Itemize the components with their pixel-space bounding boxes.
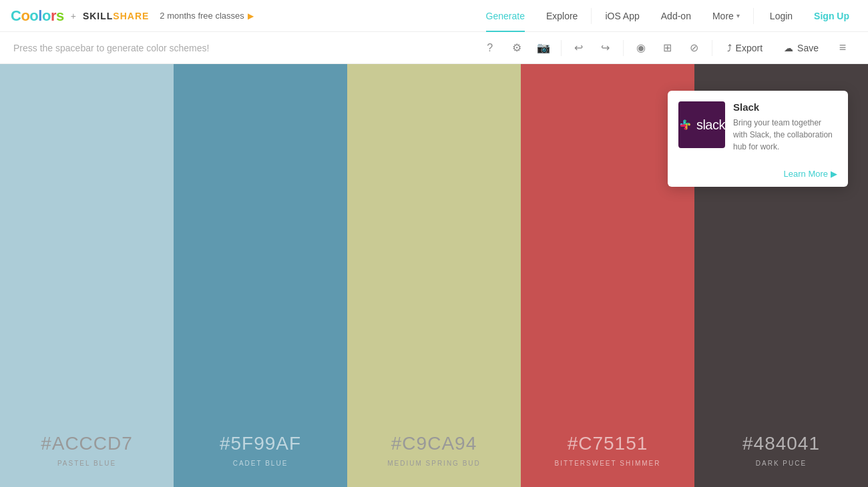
color-name-0: PASTEL BLUE bbox=[57, 460, 116, 467]
color-panel-2[interactable]: #C9CA94MEDIUM SPRING BUD bbox=[347, 64, 521, 487]
color-hex-4: #484041 bbox=[742, 433, 820, 454]
slack-logo-svg bbox=[678, 111, 692, 139]
contrast-button[interactable]: ⊘ bbox=[682, 36, 706, 60]
color-hex-3: #C75151 bbox=[568, 433, 648, 454]
svg-rect-5 bbox=[688, 123, 690, 125]
toolbar-separator-1 bbox=[561, 40, 562, 56]
color-name-1: CADET BLUE bbox=[233, 460, 288, 467]
menu-button[interactable]: ≡ bbox=[831, 36, 855, 60]
slack-popup: slack Slack Bring your team together wit… bbox=[668, 91, 848, 187]
color-name-3: BITTERSWEET SHIMMER bbox=[555, 460, 661, 467]
promo-arrow-icon: ▶ bbox=[248, 11, 254, 21]
export-button[interactable]: ⤴ Export bbox=[718, 36, 772, 60]
skillshare-logo[interactable]: SKILLSHARE bbox=[83, 11, 149, 21]
nav-divider bbox=[591, 8, 592, 24]
login-button[interactable]: Login bbox=[762, 11, 801, 21]
question-icon: ? bbox=[487, 42, 493, 54]
toolbar-hint: Press the spacebar to generate color sch… bbox=[13, 43, 209, 53]
nav-divider-2 bbox=[753, 8, 754, 24]
share-icon: ⤴ bbox=[727, 43, 732, 53]
color-name-2: MEDIUM SPRING BUD bbox=[387, 460, 481, 467]
undo-icon: ↩ bbox=[574, 41, 583, 54]
color-panel-1[interactable]: #5F99AFCADET BLUE bbox=[174, 64, 347, 487]
toolbar-actions: ? ⚙ 📷 ↩ ↪ ◉ ⊞ ⊘ ⤴ Export ☁ S bbox=[478, 36, 855, 60]
promo-banner[interactable]: 2 months free classes ▶ bbox=[160, 11, 253, 21]
grid-icon: ⊞ bbox=[663, 41, 672, 54]
toolbar: Press the spacebar to generate color sch… bbox=[0, 32, 868, 64]
arrow-right-icon: ▶ bbox=[831, 169, 837, 179]
settings-button[interactable]: ⚙ bbox=[505, 36, 529, 60]
toolbar-separator-2 bbox=[623, 40, 624, 56]
svg-rect-3 bbox=[684, 120, 686, 122]
learn-more-link[interactable]: Learn More ▶ bbox=[784, 169, 837, 179]
camera-icon: 📷 bbox=[537, 41, 550, 54]
svg-rect-8 bbox=[684, 127, 686, 129]
coolors-logo[interactable]: Coolors bbox=[11, 7, 64, 25]
nav-ios-app[interactable]: iOS App bbox=[594, 0, 650, 32]
save-button[interactable]: ☁ Save bbox=[775, 36, 828, 60]
nav-addon[interactable]: Add-on bbox=[650, 0, 702, 32]
nav-generate[interactable]: Generate bbox=[475, 0, 535, 32]
slack-description: Bring your team together with Slack, the… bbox=[733, 117, 837, 153]
signup-button[interactable]: Sign Up bbox=[806, 11, 857, 21]
slack-wordmark: slack bbox=[696, 117, 725, 133]
color-name-4: DARK PUCE bbox=[756, 460, 807, 467]
logo-area: Coolors + SKILLSHARE 2 months free class… bbox=[11, 7, 254, 25]
slack-title: Slack bbox=[733, 101, 837, 113]
grid-button[interactable]: ⊞ bbox=[656, 36, 680, 60]
view-button[interactable]: ◉ bbox=[629, 36, 653, 60]
slack-popup-footer: Learn More ▶ bbox=[668, 163, 848, 187]
eye-icon: ◉ bbox=[636, 41, 646, 54]
toolbar-separator-3 bbox=[712, 40, 712, 56]
nav-explore[interactable]: Explore bbox=[535, 0, 588, 32]
slack-text-area: Slack Bring your team together with Slac… bbox=[733, 101, 837, 153]
color-hex-0: #ACCCD7 bbox=[41, 433, 133, 454]
plus-separator: + bbox=[71, 11, 76, 21]
svg-rect-7 bbox=[680, 125, 686, 127]
header: Coolors + SKILLSHARE 2 months free class… bbox=[0, 0, 868, 32]
color-panel-0[interactable]: #ACCCD7PASTEL BLUE bbox=[0, 64, 174, 487]
auth-area: Login Sign Up bbox=[762, 11, 857, 21]
undo-button[interactable]: ↩ bbox=[567, 36, 591, 60]
color-hex-2: #C9CA94 bbox=[391, 433, 477, 454]
gear-icon: ⚙ bbox=[512, 41, 521, 54]
slack-logo-box: slack bbox=[678, 101, 725, 148]
redo-icon: ↪ bbox=[601, 41, 610, 54]
color-palette: #ACCCD7PASTEL BLUE#5F99AFCADET BLUE#C9CA… bbox=[0, 64, 868, 487]
nav-more[interactable]: More ▾ bbox=[702, 0, 750, 32]
hamburger-icon: ≡ bbox=[839, 41, 847, 55]
chevron-down-icon: ▾ bbox=[736, 12, 740, 19]
redo-button[interactable]: ↪ bbox=[594, 36, 618, 60]
camera-button[interactable]: 📷 bbox=[531, 36, 556, 60]
main-nav: Generate Explore iOS App Add-on More ▾ L… bbox=[475, 0, 857, 32]
color-hex-1: #5F99AF bbox=[220, 433, 301, 454]
save-icon: ☁ bbox=[784, 43, 793, 53]
help-button[interactable]: ? bbox=[478, 36, 502, 60]
slack-popup-body: slack Slack Bring your team together wit… bbox=[668, 91, 848, 163]
contrast-icon: ⊘ bbox=[690, 41, 698, 54]
